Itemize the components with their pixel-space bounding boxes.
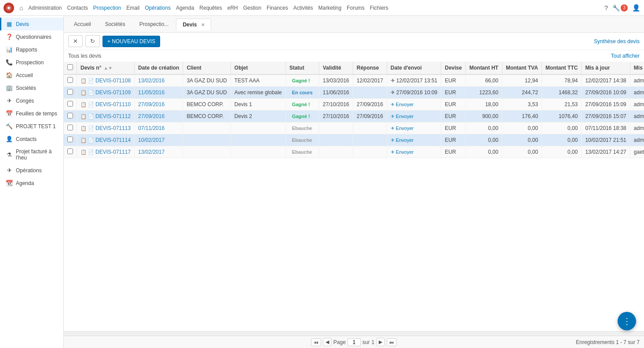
sidebar-item-prospection[interactable]: 📞 Prospection bbox=[0, 56, 63, 69]
refresh-button[interactable]: ↻ bbox=[85, 35, 100, 47]
nav-erh[interactable]: eRH bbox=[227, 5, 238, 11]
nav-contacts[interactable]: Contacts bbox=[67, 5, 88, 11]
copy-icon[interactable]: 📋 bbox=[80, 149, 87, 155]
page-input[interactable]: 1 bbox=[348, 338, 361, 346]
sidebar-item-questionnaires[interactable]: ❓ Questionnaires bbox=[0, 30, 63, 43]
copy-icon[interactable]: 📋 bbox=[80, 90, 87, 95]
devis-id-link[interactable]: DEVIS-071110 bbox=[95, 101, 131, 107]
pdf-icon[interactable]: 📄 bbox=[88, 102, 94, 107]
col-reponse[interactable]: Réponse bbox=[353, 62, 387, 74]
envoyer-button[interactable]: ✈ Envoyer bbox=[391, 102, 437, 107]
nav-marketing[interactable]: Marketing bbox=[318, 5, 341, 11]
nav-fichiers[interactable]: Fichiers bbox=[370, 5, 388, 11]
close-button[interactable]: ✕ bbox=[68, 35, 83, 47]
col-montant-ttc[interactable]: Montant TTC bbox=[542, 62, 582, 74]
pdf-icon[interactable]: 📄 bbox=[88, 149, 94, 155]
new-devis-button[interactable]: + NOUVEAU DEVIS bbox=[102, 36, 160, 47]
envoyer-button[interactable]: ✈ Envoyer bbox=[391, 137, 437, 143]
fab-button[interactable]: ⋮ bbox=[618, 312, 636, 330]
sidebar-item-contacts[interactable]: 👤 Contacts bbox=[0, 133, 63, 145]
row-checkbox[interactable] bbox=[67, 89, 73, 95]
sidebar-item-devis[interactable]: ▦ Devis bbox=[0, 18, 63, 30]
col-maj[interactable]: Mis à jour bbox=[582, 62, 630, 74]
prev-page-button[interactable]: ◀ bbox=[323, 338, 332, 346]
sidebar-item-agenda[interactable]: 📆 Agenda bbox=[0, 177, 63, 189]
copy-icon[interactable]: 📋 bbox=[80, 114, 87, 119]
col-devise[interactable]: Devise bbox=[441, 62, 466, 74]
col-date-envoi-label: Date d'envoi bbox=[391, 65, 422, 71]
show-all-link[interactable]: Tout afficher bbox=[611, 53, 640, 59]
first-page-button[interactable]: ⏮ bbox=[311, 338, 321, 346]
row-checkbox[interactable] bbox=[67, 137, 73, 142]
sidebar-item-rapports[interactable]: 📊 Rapports bbox=[0, 43, 63, 56]
row-checkbox[interactable] bbox=[67, 148, 73, 154]
devis-id-link[interactable]: DEVIS-071113 bbox=[95, 125, 131, 131]
help-icon[interactable]: ? bbox=[604, 4, 608, 11]
col-validite[interactable]: Validité bbox=[319, 62, 353, 74]
sidebar-item-societes[interactable]: 🏢 Sociétés bbox=[0, 81, 63, 94]
nav-forums[interactable]: Forums bbox=[347, 5, 365, 11]
tab-accueil[interactable]: Accueil bbox=[67, 18, 98, 30]
app-logo[interactable] bbox=[4, 3, 14, 13]
col-date-envoi[interactable]: Date d'envoi bbox=[387, 62, 441, 74]
tab-societes[interactable]: Sociétés bbox=[99, 18, 132, 30]
col-montant-ht[interactable]: Montant HT bbox=[465, 62, 502, 74]
col-maj-par[interactable]: Mis à jour par bbox=[630, 62, 644, 74]
row-montant-tva: 0,00 bbox=[502, 134, 542, 146]
home-nav-icon[interactable]: ⌂ bbox=[19, 4, 23, 11]
pdf-icon[interactable]: 📄 bbox=[88, 126, 94, 131]
sidebar-item-projet-facture[interactable]: ⚗ Projet facturé à l'heu bbox=[0, 145, 63, 164]
tab-devis-close[interactable]: ✕ bbox=[201, 22, 205, 27]
col-objet[interactable]: Objet bbox=[231, 62, 285, 74]
devis-id-link[interactable]: DEVIS-071109 bbox=[95, 89, 131, 96]
devis-id-link[interactable]: DEVIS-071114 bbox=[95, 137, 131, 143]
col-montant-tva[interactable]: Montant TVA bbox=[502, 62, 542, 74]
synthesis-link[interactable]: Synthèse des devis bbox=[594, 38, 640, 44]
envoyer-button[interactable]: ✈ Envoyer bbox=[391, 114, 437, 119]
devis-id-link[interactable]: DEVIS-071112 bbox=[95, 113, 131, 119]
sidebar-item-accueil[interactable]: 🏠 Accueil bbox=[0, 69, 63, 81]
envoyer-button[interactable]: ✈ Envoyer bbox=[391, 126, 437, 131]
nav-agenda[interactable]: Agenda bbox=[176, 5, 194, 11]
nav-prospection[interactable]: Prospection bbox=[93, 5, 121, 11]
nav-activites[interactable]: Activités bbox=[293, 5, 313, 11]
nav-email[interactable]: Email bbox=[126, 5, 139, 11]
sidebar-item-operations[interactable]: ✈ Opérations bbox=[0, 164, 63, 177]
pdf-icon[interactable]: 📄 bbox=[88, 90, 94, 95]
next-page-button[interactable]: ▶ bbox=[376, 338, 385, 346]
row-checkbox[interactable] bbox=[67, 101, 73, 107]
nav-finances[interactable]: Finances bbox=[267, 5, 288, 11]
row-checkbox[interactable] bbox=[67, 113, 73, 118]
nav-gestion[interactable]: Gestion bbox=[243, 5, 261, 11]
row-checkbox[interactable] bbox=[67, 125, 73, 130]
user-icon[interactable]: 👤 bbox=[632, 4, 640, 12]
sidebar-item-conges[interactable]: ✈ Congés bbox=[0, 94, 63, 107]
pdf-icon[interactable]: 📄 bbox=[88, 137, 94, 143]
notification-badge[interactable]: 3 bbox=[621, 4, 628, 11]
envoyer-button[interactable]: ✈ Envoyer bbox=[391, 149, 437, 155]
col-client[interactable]: Client bbox=[183, 62, 231, 74]
select-all-checkbox[interactable] bbox=[67, 64, 73, 70]
nav-administration[interactable]: Administration bbox=[28, 5, 62, 11]
tab-prospection[interactable]: Prospectio... bbox=[133, 18, 176, 30]
nav-requetes[interactable]: Requêtes bbox=[199, 5, 222, 11]
devis-id-link[interactable]: DEVIS-071108 bbox=[95, 78, 131, 84]
pdf-icon[interactable]: 📄 bbox=[88, 114, 94, 119]
notifications-wrap[interactable]: 🔧 3 bbox=[612, 4, 628, 11]
copy-icon[interactable]: 📋 bbox=[80, 126, 87, 131]
col-statut[interactable]: Statut bbox=[285, 62, 319, 74]
last-page-button[interactable]: ⏭ bbox=[387, 338, 397, 346]
row-checkbox[interactable] bbox=[67, 77, 73, 83]
sidebar-item-projet-test[interactable]: 🔨 PROJET TEST 1 bbox=[0, 120, 63, 133]
tab-devis[interactable]: Devis ✕ bbox=[176, 19, 211, 30]
copy-icon[interactable]: 📋 bbox=[80, 102, 87, 107]
copy-icon[interactable]: 📋 bbox=[80, 78, 87, 83]
nav-operations[interactable]: Opérations bbox=[145, 5, 171, 11]
horizontal-scrollbar[interactable] bbox=[64, 331, 644, 336]
devis-id-link[interactable]: DEVIS-071117 bbox=[95, 149, 131, 155]
copy-icon[interactable]: 📋 bbox=[80, 137, 87, 143]
pdf-icon[interactable]: 📄 bbox=[88, 78, 94, 83]
col-date-creation[interactable]: Date de création bbox=[135, 62, 183, 74]
sidebar-item-feuilles[interactable]: 📅 Feuilles de temps bbox=[0, 107, 63, 120]
col-devis-num[interactable]: Devis n° ▲▼ bbox=[77, 62, 135, 74]
